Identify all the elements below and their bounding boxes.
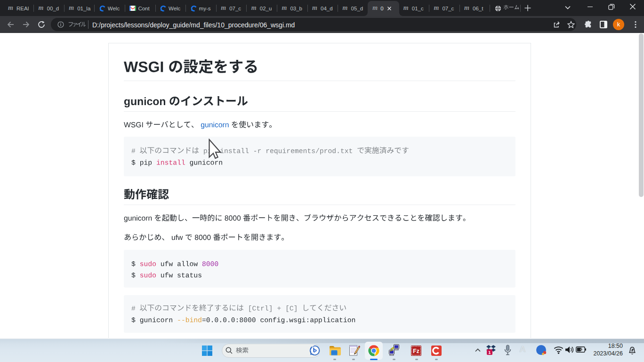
svg-text:1: 1 (488, 350, 491, 355)
svg-text:Fz: Fz (413, 348, 419, 354)
